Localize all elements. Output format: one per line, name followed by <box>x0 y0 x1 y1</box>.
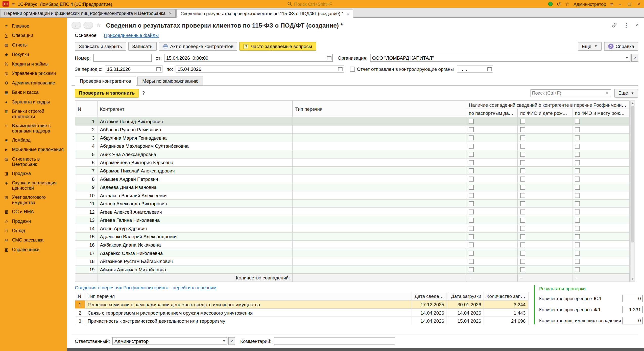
match-checkbox-fio-birthdate[interactable] <box>520 119 525 124</box>
sidebar-item-bank-cash[interactable]: ▦Банк и касса <box>0 88 67 97</box>
match-checkbox-fio-birthdate[interactable] <box>520 209 525 214</box>
sidebar-item-sms[interactable]: ✉СМС рассылка <box>0 235 67 245</box>
favorites-star-icon[interactable]: ☆ <box>565 2 569 7</box>
list-row[interactable]: 1Решение комиссии о замораживании денежн… <box>75 300 528 309</box>
contractor-row[interactable]: 5Абих Яна Александровна <box>75 150 629 158</box>
sidebar-item-mobile-apps[interactable]: ►Мобильные приложения <box>0 145 67 154</box>
sidebar-item-centrobank-reporting[interactable]: ▨Отчетность в Центробанк <box>0 154 67 169</box>
tab-main[interactable]: Основное <box>75 33 97 38</box>
match-checkbox-passport[interactable] <box>469 243 474 248</box>
match-checkbox-passport[interactable] <box>469 177 474 182</box>
contractor-row[interactable]: 14Агоян Артур Хдрович <box>75 224 629 232</box>
column-header-fio-birthdate[interactable]: по ФИО и дате рождения <box>517 109 572 117</box>
match-checkbox-fio-birthplace[interactable] <box>575 144 580 149</box>
match-checkbox-fio-birthplace[interactable] <box>575 267 580 272</box>
sidebar-item-sales[interactable]: ◇Продажи <box>0 216 67 226</box>
match-checkbox-fio-birthplace[interactable] <box>575 168 580 173</box>
match-checkbox-fio-birthdate[interactable] <box>520 259 525 264</box>
contractor-row[interactable]: 10Агалаков Василий Алексеевич <box>75 191 629 200</box>
scroll-down-icon[interactable]: ▼ <box>631 277 634 281</box>
match-checkbox-fio-birthdate[interactable] <box>520 152 525 157</box>
match-checkbox-fio-birthdate[interactable] <box>520 226 525 231</box>
document-date-field[interactable] <box>164 54 333 62</box>
match-checkbox-fio-birthplace[interactable] <box>575 209 580 214</box>
match-checkbox-passport[interactable] <box>469 119 474 124</box>
sidebar-item-purchases[interactable]: ◆Покупки <box>0 50 67 59</box>
more-button[interactable]: Еще▼ <box>578 42 602 51</box>
list-row[interactable]: 3Причастность к экстремистской деятельно… <box>75 317 528 325</box>
contractor-row[interactable]: 11Агапов Александр Викторович <box>75 200 629 208</box>
number-field[interactable] <box>93 54 152 62</box>
sidebar-item-sale[interactable]: ◨Продажа <box>0 169 67 178</box>
maximize-button[interactable]: □ <box>627 2 632 7</box>
match-checkbox-passport[interactable] <box>469 259 474 264</box>
sidebar-item-risk-management[interactable]: ◎Управление рисками <box>0 69 67 78</box>
match-checkbox-passport[interactable] <box>469 251 474 256</box>
scrollbar-thumb[interactable] <box>631 106 634 242</box>
history-icon[interactable]: ↺ <box>557 2 561 7</box>
column-header-fio-birthplace[interactable]: по ФИО и месту рождения <box>572 109 629 117</box>
tab-close-icon[interactable]: × <box>169 11 171 16</box>
match-checkbox-fio-birthplace[interactable] <box>575 226 580 231</box>
tab-freezing-measures[interactable]: Меры по замораживанию <box>137 77 203 86</box>
match-checkbox-fio-birthplace[interactable] <box>575 127 580 132</box>
list-column-n[interactable]: N <box>75 292 85 300</box>
global-search[interactable]: Поиск Ctrl+Shift+F <box>288 2 332 7</box>
sidebar-item-lombard[interactable]: ■Ломбард <box>0 136 67 145</box>
column-header-list-type[interactable]: Тип перечня <box>293 101 466 117</box>
match-checkbox-fio-birthplace[interactable] <box>575 259 580 264</box>
comment-input[interactable] <box>274 338 395 345</box>
match-checkbox-fio-birthplace[interactable] <box>575 193 580 198</box>
contractor-row[interactable]: 15Адаменко Валерий Александрович <box>75 232 629 241</box>
sidebar-item-strict-forms[interactable]: ▥Бланки строгой отчетности <box>0 107 67 121</box>
match-checkbox-passport[interactable] <box>469 185 474 190</box>
match-checkbox-fio-birthdate[interactable] <box>520 177 525 182</box>
contractor-row[interactable]: 12Агеев Алексей Анатольевич <box>75 208 629 216</box>
match-checkbox-passport[interactable] <box>469 135 474 140</box>
match-checkbox-fio-birthplace[interactable] <box>575 119 580 124</box>
contractor-row[interactable]: 19Айыжы Ажыкмаа Михайловна <box>75 265 629 274</box>
tab-check-results[interactable]: Сведения о результатах проверки клиентов… <box>176 9 353 18</box>
contractor-row[interactable]: 1Абабков Леонид Викторович <box>75 117 629 125</box>
match-checkbox-passport[interactable] <box>469 201 474 206</box>
contractor-row[interactable]: 17Азаренко Ольга Николаевна <box>75 249 629 257</box>
contractor-row[interactable]: 8Абышев Андрей Петрович <box>75 175 629 183</box>
number-input[interactable] <box>93 54 151 61</box>
list-column-records[interactable]: Количество записей <box>484 292 528 300</box>
contractor-row[interactable]: 6Абрамейцева Виктория Юрьевна <box>75 158 629 167</box>
column-header-n[interactable]: N <box>75 101 97 117</box>
calendar-icon[interactable] <box>337 67 344 71</box>
contractor-row[interactable]: 4Абидинова Махларойим Султанбековна <box>75 142 629 150</box>
close-button[interactable]: × <box>636 2 641 7</box>
current-user[interactable]: Администратор <box>574 2 606 7</box>
table-scrollbar[interactable]: ▲ ▼ <box>630 100 635 282</box>
match-checkbox-fio-birthdate[interactable] <box>520 144 525 149</box>
sidebar-item-reports[interactable]: ▤Отчеты <box>0 40 67 50</box>
sidebar-item-os-nma[interactable]: ▩ОС и НМА <box>0 207 67 216</box>
comment-field[interactable] <box>274 337 395 345</box>
tab-rosfin-lists[interactable]: Перечни организаций и физических лиц Рос… <box>0 9 176 17</box>
match-checkbox-fio-birthplace[interactable] <box>575 201 580 206</box>
sidebar-item-collateral[interactable]: ▧Учет залогового имущества <box>0 193 67 207</box>
sidebar-item-credits-loans[interactable]: %Кредиты и займы <box>0 59 67 69</box>
app-logo[interactable]: 1С <box>3 1 9 7</box>
report-sent-checkbox[interactable] <box>350 67 355 72</box>
sidebar-item-administration[interactable]: ⚙Администрирование <box>0 78 67 87</box>
dropdown-arrow-icon[interactable]: ▼ <box>624 56 630 60</box>
match-checkbox-passport[interactable] <box>469 168 474 173</box>
responsible-input[interactable] <box>113 338 221 345</box>
contractor-row[interactable]: 16Ажбакова Диана Искаковна <box>75 240 629 249</box>
match-checkbox-fio-birthplace[interactable] <box>575 234 580 239</box>
dropdown-arrow-icon[interactable]: ▼ <box>221 339 227 343</box>
document-date-input[interactable] <box>164 54 326 61</box>
list-row[interactable]: 2Связь с терроризмом и распространением … <box>75 309 528 317</box>
column-header-contractor[interactable]: Контрагент <box>97 101 293 117</box>
calendar-icon[interactable] <box>486 67 493 71</box>
minimize-button[interactable]: – <box>617 2 623 7</box>
match-checkbox-fio-birthplace[interactable] <box>575 160 580 165</box>
match-checkbox-fio-birthplace[interactable] <box>575 218 580 223</box>
contractor-row[interactable]: 13Агеева Галина Николаевна <box>75 216 629 224</box>
result-value-field[interactable]: 0 <box>622 317 643 324</box>
get-link-icon[interactable] <box>612 22 617 28</box>
list-column-data-date[interactable]: Дата сведений <box>412 292 447 300</box>
